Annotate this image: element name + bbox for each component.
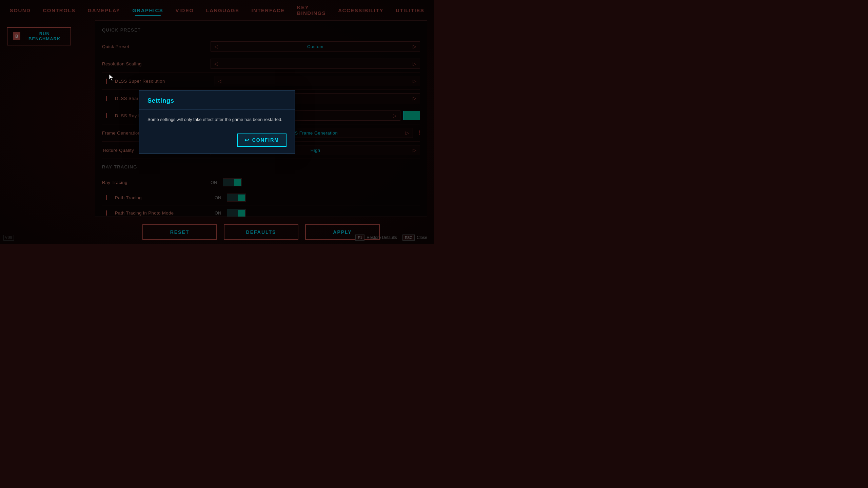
modal-title: Settings <box>147 97 287 104</box>
modal-overlay: Settings Some settings will only take ef… <box>0 0 434 244</box>
confirm-icon: ↩ <box>244 137 250 143</box>
modal-title-bar: Settings <box>139 90 295 109</box>
confirm-button[interactable]: ↩ CONFIRM <box>237 134 287 147</box>
modal-body: Some settings will only take effect afte… <box>139 109 295 134</box>
modal-message: Some settings will only take effect afte… <box>147 116 287 123</box>
modal-footer: ↩ CONFIRM <box>139 134 295 154</box>
modal-dialog: Settings Some settings will only take ef… <box>139 90 295 154</box>
confirm-label: CONFIRM <box>252 137 279 143</box>
